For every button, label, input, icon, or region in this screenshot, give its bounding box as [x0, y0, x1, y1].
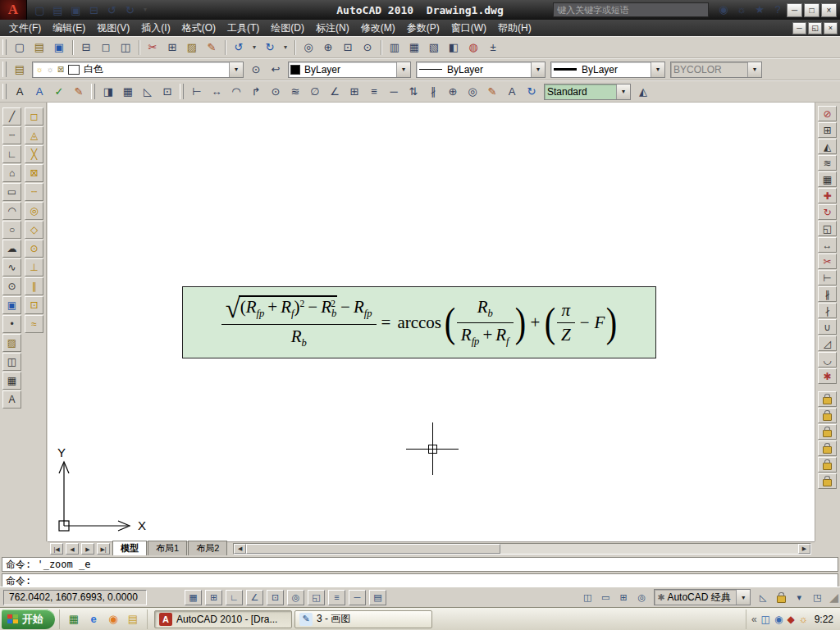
dropdown-arrow-icon[interactable]: ▾: [616, 84, 630, 99]
snap-toggle[interactable]: ▦: [185, 590, 202, 605]
snap-to-nearest-button[interactable]: ≈: [25, 315, 43, 333]
move-button[interactable]: ✚: [818, 188, 837, 203]
chamfer-button[interactable]: ◿: [818, 336, 837, 351]
aligned-dimension-button[interactable]: ↔: [208, 83, 226, 101]
drawing-canvas[interactable]: √(Rfp+Rf)2−Rb2−Rfp Rb = arccos ( Rb Rfp+…: [48, 103, 815, 541]
baseline-button[interactable]: ≡: [365, 83, 383, 101]
toolbar-grip[interactable]: [2, 39, 7, 55]
doc-restore-button[interactable]: ◱: [808, 22, 822, 34]
grid-toggle[interactable]: ⊞: [205, 590, 222, 605]
polyline-button[interactable]: ∟: [2, 145, 21, 163]
erase-button[interactable]: ⊘: [818, 106, 837, 121]
color-control-dropdown[interactable]: ByLayer ▾: [288, 62, 411, 78]
explode-button[interactable]: ✱: [818, 368, 837, 384]
qat-undo-icon[interactable]: ↺: [104, 2, 120, 17]
zoom-previous-button[interactable]: ⊙: [358, 39, 377, 57]
point-button[interactable]: •: [2, 315, 21, 333]
menu-item[interactable]: 修改(M): [355, 20, 401, 37]
tolerance-button[interactable]: ⊕: [444, 83, 462, 101]
tray-volume-icon[interactable]: ◉: [774, 614, 783, 624]
circle-button[interactable]: ○: [2, 221, 21, 239]
zoom-window-button[interactable]: ⊡: [339, 39, 357, 57]
lwt-toggle[interactable]: ─: [349, 590, 366, 605]
redo-button[interactable]: ↻: [261, 39, 279, 57]
padlock-icon[interactable]: [818, 441, 837, 456]
multileader-style-button[interactable]: ◺: [139, 83, 157, 101]
doc-close-button[interactable]: ×: [824, 22, 838, 34]
prev-tab-button[interactable]: ◀: [66, 543, 79, 555]
polar-toggle[interactable]: ∠: [246, 590, 263, 605]
tool-palettes-button[interactable]: ▧: [425, 39, 443, 57]
menu-item[interactable]: 帮助(H): [492, 20, 537, 37]
quick-view-drawings-button[interactable]: ⊞: [615, 590, 632, 605]
padlock-icon[interactable]: [818, 424, 837, 440]
rectangle-button[interactable]: ▭: [2, 183, 21, 201]
app-close-button[interactable]: ×: [821, 3, 837, 17]
snap-to-center-button[interactable]: ◎: [25, 202, 43, 220]
qat-open-icon[interactable]: ▤: [50, 2, 66, 17]
markup-button[interactable]: ◍: [464, 39, 482, 57]
show-desktop-icon[interactable]: ▦: [66, 611, 82, 628]
zoom-realtime-button[interactable]: ⊕: [319, 39, 337, 57]
radius-button[interactable]: ⊙: [267, 83, 285, 101]
autocad-logo-icon[interactable]: A: [0, 0, 27, 20]
dim-text-edit-button[interactable]: A: [503, 83, 521, 101]
model-space-button[interactable]: ◫: [579, 590, 596, 605]
snap-to-midpoint-button[interactable]: ◬: [25, 126, 43, 144]
continue-button[interactable]: ─: [385, 83, 403, 101]
toolbar-lock-icon[interactable]: [773, 590, 789, 605]
tray-network-icon[interactable]: ◫: [761, 614, 770, 624]
qat-redo-icon[interactable]: ↻: [122, 2, 138, 17]
toolbar-grip[interactable]: [2, 62, 7, 77]
construction-line-button[interactable]: ┄: [2, 126, 21, 144]
snap-to-apparent-intersection-button[interactable]: ⊠: [25, 164, 43, 182]
padlock-icon[interactable]: [818, 391, 837, 407]
search-input[interactable]: [553, 2, 709, 17]
break-at-point-button[interactable]: ∦: [818, 286, 837, 302]
workspace-switcher-dropdown[interactable]: ✱ AutoCAD 经典 ▾: [654, 589, 751, 605]
layout-tab[interactable]: 布局2: [188, 541, 227, 555]
menu-item[interactable]: 工具(T): [221, 20, 265, 37]
cut-button[interactable]: ✂: [144, 39, 162, 57]
dim-update-button[interactable]: ↻: [523, 83, 541, 101]
layout-tab[interactable]: 布局1: [148, 541, 187, 555]
padlock-icon[interactable]: [818, 473, 837, 489]
plot-button[interactable]: ⊟: [77, 39, 95, 57]
folder-icon[interactable]: ▤: [125, 611, 141, 628]
snap-to-node-button[interactable]: ⊡: [25, 296, 43, 314]
plot-preview-button[interactable]: ◻: [97, 39, 115, 57]
app-minimize-button[interactable]: ─: [787, 3, 802, 17]
dropdown-arrow-icon[interactable]: ▾: [229, 62, 243, 77]
menu-item[interactable]: 格式(O): [176, 20, 221, 37]
multiline-text-button[interactable]: A: [2, 390, 21, 409]
undo-dropdown[interactable]: ▾: [249, 39, 259, 57]
qnew-button[interactable]: ▢: [11, 39, 29, 57]
last-tab-button[interactable]: ▶|: [97, 543, 110, 555]
stretch-button[interactable]: ↔: [818, 237, 837, 253]
scrollbar-thumb[interactable]: [246, 544, 500, 554]
padlock-icon[interactable]: [818, 457, 837, 472]
communication-center-icon[interactable]: ☼: [734, 2, 749, 16]
snap-to-extension-button[interactable]: ┄: [25, 183, 43, 201]
navigation-button[interactable]: ◎: [633, 590, 650, 605]
dimension-style-button[interactable]: ◨: [99, 83, 117, 101]
properties-button[interactable]: ▥: [386, 39, 404, 57]
arc-button[interactable]: ◠: [2, 202, 21, 220]
publish-button[interactable]: ◫: [116, 39, 135, 57]
quick-view-layouts-button[interactable]: ▭: [597, 590, 614, 605]
style-update-button[interactable]: ⊡: [158, 83, 176, 101]
pan-button[interactable]: ◎: [299, 39, 317, 57]
menu-item[interactable]: 文件(F): [3, 20, 47, 37]
snap-to-perpendicular-button[interactable]: ⊥: [25, 258, 43, 276]
ortho-toggle[interactable]: ∟: [226, 590, 243, 605]
rotate-button[interactable]: ↻: [818, 204, 837, 220]
snap-to-intersection-button[interactable]: ╳: [25, 145, 43, 163]
dropdown-arrow-icon[interactable]: ▾: [651, 62, 664, 77]
dropdown-arrow-icon[interactable]: ▾: [531, 62, 545, 77]
dim-space-button[interactable]: ⇅: [404, 83, 422, 101]
single-line-text-button[interactable]: A: [30, 83, 48, 101]
doc-minimize-button[interactable]: ─: [792, 22, 806, 34]
layer-properties-manager-button[interactable]: ▤: [11, 61, 29, 79]
text-edit-button[interactable]: ✎: [70, 83, 88, 101]
linear-dimension-button[interactable]: ⊢: [188, 83, 206, 101]
